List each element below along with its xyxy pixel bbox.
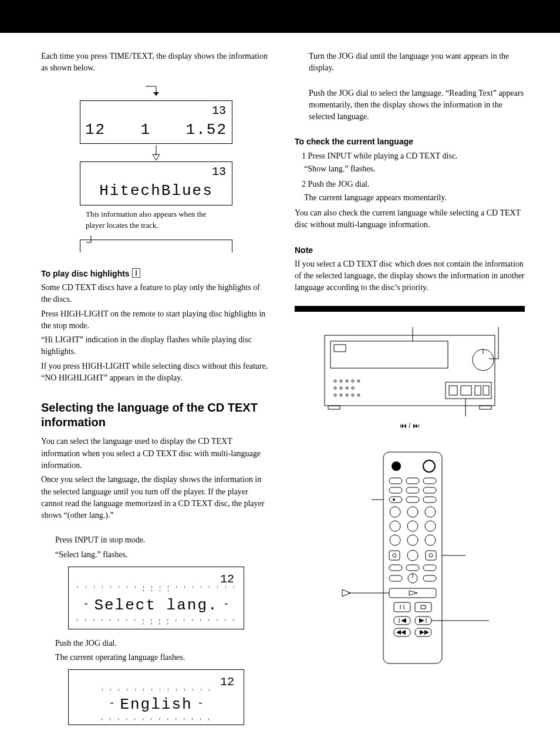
svg-point-12 [357,380,360,382]
lcd2-msg: English [120,694,192,716]
remote-icon [132,268,140,278]
svg-rect-28 [480,406,491,409]
svg-rect-27 [328,406,340,409]
svg-marker-78 [419,618,424,623]
lcd1-msg: Select lang. [94,595,218,617]
svg-marker-0 [153,92,159,96]
remote-illustration [313,449,507,672]
svg-marker-83 [396,630,401,635]
right-column: Turn the JOG dial until the language you… [295,50,525,733]
svg-rect-55 [389,551,400,560]
black-header-bar [0,0,560,33]
svg-rect-61 [406,565,419,571]
svg-rect-39 [389,487,402,493]
svg-point-49 [390,521,400,531]
svg-marker-76 [401,618,406,623]
svg-rect-40 [406,487,419,493]
svg-marker-84 [420,630,424,635]
lcd-1: 12 ' ' ' ' ' ' ' ' ' ' ' ' ' ' ' ' ' ' '… [68,567,244,629]
hl-1: Some CD TEXT discs have a feature to pla… [41,282,271,306]
svg-point-47 [407,507,418,517]
c1: 1 Press INPUT while playing a CD TEXT di… [295,150,525,162]
corner-arrow-icon [144,85,168,100]
svg-rect-69 [394,602,410,612]
svg-rect-22 [446,382,491,399]
left-column: Each time you press TIME/TEXT, the displ… [41,50,271,733]
svg-point-21 [357,394,360,396]
svg-point-15 [346,387,348,389]
svg-rect-37 [406,478,419,484]
svg-rect-25 [475,386,481,395]
lcd1-num: 12 [75,571,238,588]
svg-point-50 [407,521,418,531]
svg-point-34 [392,461,401,471]
lcd-2: 12 ' ' ' ' ' ' ' ' ' ' ' ' ' ' - English… [68,669,244,725]
sel-1: You can select the language used to disp… [41,436,271,471]
svg-rect-72 [415,602,431,612]
disp2-title: HitechBlues [99,180,213,203]
svg-rect-5 [334,345,346,352]
svg-point-35 [423,460,435,472]
svg-rect-62 [423,565,436,571]
svg-point-8 [334,380,336,382]
disp2-top: 13 [80,162,232,180]
svg-rect-66 [423,575,436,581]
divider-bar [295,306,525,312]
device-illustration: ⏮ / ⏭ [295,324,525,431]
svg-rect-4 [330,341,448,368]
svg-point-17 [334,394,336,396]
hl-2: Press HIGH-LIGHT on the remote to start … [41,308,271,332]
svg-point-20 [352,394,354,396]
step-1: Press INPUT in stop mode. “Select lang.”… [41,534,271,561]
display-sequence: 13 12 1 1.52 13 HitechBlues This informa… [41,85,271,252]
svg-point-13 [334,387,336,389]
down-arrow-icon [149,144,163,161]
svg-point-9 [340,380,342,382]
svg-point-48 [425,507,436,517]
svg-rect-41 [423,487,436,493]
skip-label: ⏮ / ⏭ [400,421,420,431]
note-head: Note [295,244,525,256]
step1b: “Select lang.” flashes. [55,549,271,561]
display-caption: This information also appears when the p… [86,209,227,231]
svg-point-58 [393,554,396,557]
lcd-2-wrap: 12 ' ' ' ' ' ' ' ' ' ' ' ' ' ' - English… [41,669,271,725]
turn-text: Turn the JOG dial until the language you… [309,50,525,75]
svg-point-52 [390,535,400,545]
step-2: Push the JOG dial. The current operating… [41,638,271,664]
svg-rect-63 [389,575,402,581]
note-text: If you select a CD TEXT disc which does … [295,258,525,294]
svg-rect-26 [483,386,489,395]
page-content: Each time you press TIME/TEXT, the displ… [0,33,560,748]
svg-rect-44 [423,497,436,503]
c2b: The current language appears momentarily… [295,192,525,204]
push-step: Push the JOG dial to select the language… [295,87,525,123]
disp1-c: 1.52 [186,119,227,141]
intro-text: Each time you press TIME/TEXT, the displ… [41,50,271,75]
svg-point-16 [352,387,354,389]
svg-point-56 [407,550,418,561]
svg-point-45 [393,498,395,501]
push-text: Push the JOG dial to select the language… [309,87,525,123]
language-subhead: Selecting the language of the CD TEXT in… [41,400,271,430]
svg-marker-82 [401,630,406,635]
svg-point-54 [425,535,436,545]
svg-rect-67 [389,588,436,598]
turn-step: Turn the JOG dial until the language you… [295,50,525,75]
svg-point-53 [407,535,418,545]
c1b: “Show lang.” flashes. [295,163,525,175]
svg-rect-57 [426,551,436,560]
svg-point-19 [346,394,348,396]
lcd-1-wrap: 12 ' ' ' ' ' ' ' ' ' ' ' ' ' ' ' ' ' ' '… [41,567,271,629]
disp1-b: 1 [141,119,151,141]
svg-marker-68 [409,591,417,595]
sel-2: Once you select the language, the displa… [41,474,271,521]
svg-rect-38 [423,478,436,484]
svg-point-10 [346,380,348,382]
device-svg [313,324,507,417]
svg-point-59 [429,554,433,557]
svg-rect-36 [389,478,402,484]
hl-3: “Hi LIGHT” indication in the display fla… [41,334,271,358]
step2b: The current operating language flashes. [55,652,271,663]
highlights-heading: To play disc highlights [41,268,271,279]
